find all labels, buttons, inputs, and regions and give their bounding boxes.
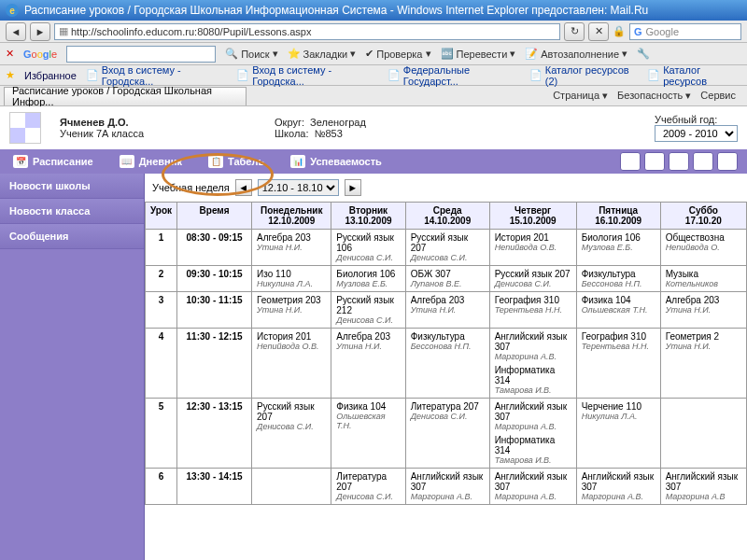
lesson-cell: Биология 106Музлова Е.Б. <box>576 230 660 266</box>
main-nav: 📅Расписание 📖Дневник 📋Табель 📊Успеваемос… <box>0 149 747 174</box>
student-name: Ячменев Д.О. <box>60 117 144 128</box>
lesson-cell: Алгебра 203Утина Н.И. <box>405 292 489 329</box>
sidebar: Новости школы Новости класса Сообщения <box>0 174 145 560</box>
window-titlebar: e Расписание уроков / Городская Школьная… <box>0 0 747 21</box>
sidebar-class-news[interactable]: Новости класса <box>0 199 144 224</box>
tab-bar: Расписание уроков / Городская Школьная И… <box>0 86 747 106</box>
okrug-value: Зеленоград <box>310 117 366 128</box>
google-search-input[interactable] <box>66 46 216 63</box>
year-select[interactable]: 2009 - 2010 <box>655 125 738 142</box>
student-info-bar: Ячменев Д.О. Ученик 7А класса Округ: Зел… <box>0 106 747 149</box>
lesson-cell: География 310Терентьева Н.Н. <box>576 329 660 399</box>
week-select[interactable]: 12.10 - 18.10 <box>258 179 339 196</box>
week-next[interactable]: ► <box>345 179 361 196</box>
url-text: http://schoolinfo.educom.ru:8080/Pupil/L… <box>71 26 311 37</box>
lesson-cell: Английский язык 307Маргорина А.В.Информа… <box>489 329 576 399</box>
lesson-time: 12:30 - 13:15 <box>177 399 252 469</box>
url-field[interactable]: ▦http://schoolinfo.educom.ru:8080/Pupil/… <box>54 23 560 40</box>
calendar-icon: 📅 <box>13 155 28 168</box>
col-sat: Суббо17.10.20 <box>660 203 746 230</box>
ie-icon: e <box>6 4 19 17</box>
google-logo: Google <box>23 49 57 60</box>
forward-button[interactable]: ► <box>30 22 50 41</box>
lesson-cell: История 201Непийвода О.В. <box>489 230 576 266</box>
lesson-cell: Русский язык 207Денисова С.И. <box>252 399 331 469</box>
lesson-time: 13:30 - 14:15 <box>177 469 252 505</box>
back-button[interactable]: ◄ <box>6 22 26 41</box>
refresh-button[interactable]: ↻ <box>564 22 585 41</box>
toolbar-icon-2[interactable] <box>644 152 665 171</box>
col-mon: Понедельник12.10.2009 <box>252 203 331 230</box>
bookmarks-button[interactable]: ⭐ Закладки ▾ <box>288 48 357 60</box>
table-row: 613:30 - 14:15Литература 207Денисова С.И… <box>146 469 747 505</box>
lesson-cell: Алгебра 203Утина Н.И. <box>331 329 405 399</box>
lesson-cell: Литература 207Денисова С.И. <box>331 469 405 505</box>
favorites-star-icon[interactable]: ★ <box>6 69 15 81</box>
window-title: Расписание уроков / Городская Школьная И… <box>24 4 648 17</box>
wrench-icon[interactable]: 🔧 <box>637 48 650 60</box>
week-prev[interactable]: ◄ <box>235 179 252 196</box>
nav-schedule[interactable]: 📅Расписание <box>0 155 106 168</box>
fav-link-5[interactable]: 📄 Каталог ресурсов <box>647 64 741 87</box>
stop-button[interactable]: ✕ <box>588 22 609 41</box>
lesson-cell: Английский язык 307Маргорина А.В.Информа… <box>489 399 576 469</box>
lesson-cell: Английский язык 307Маргорина А.В. <box>405 469 489 505</box>
fav-link-1[interactable]: 📄 Вход в систему - Городска... <box>86 64 228 87</box>
sidebar-school-news[interactable]: Новости школы <box>0 174 144 199</box>
check-button[interactable]: ✔ Проверка ▾ <box>365 48 430 60</box>
translate-button[interactable]: 🔤 Перевести ▾ <box>441 48 516 60</box>
toolbar-icon-3[interactable] <box>669 152 689 171</box>
book-icon: 📖 <box>120 155 134 168</box>
lesson-cell: Английский язык 307Маргорина А.В. <box>489 469 576 505</box>
toolbar-icon-5[interactable] <box>717 152 738 171</box>
col-time: Время <box>177 203 252 230</box>
close-toolbar-icon[interactable]: ✕ <box>6 48 14 60</box>
nav-report[interactable]: 📋Табель <box>195 155 277 168</box>
search-button[interactable]: 🔍 Поиск ▾ <box>225 48 277 60</box>
fav-link-3[interactable]: 📄 Федеральные Государст... <box>388 64 520 87</box>
report-icon: 📋 <box>208 155 223 168</box>
browser-search[interactable]: GGoogle <box>629 23 741 40</box>
school-num-label: Школа: <box>275 128 309 139</box>
page-dropdown[interactable]: Страница ▾ <box>553 90 608 102</box>
security-dropdown[interactable]: Безопасность ▾ <box>617 90 691 102</box>
fav-link-4[interactable]: 📄 Каталог ресурсов (2) <box>529 64 638 87</box>
fav-link-2[interactable]: 📄 Вход в систему - Городска... <box>236 64 378 87</box>
lesson-cell: Геометрия 2Утина Н.И. <box>660 329 746 399</box>
lesson-cell: Черчение 110Никулина Л.А. <box>576 399 660 469</box>
nav-grades[interactable]: 📊Успеваемость <box>277 155 395 168</box>
lesson-number: 4 <box>146 329 177 399</box>
lesson-number: 3 <box>146 292 177 329</box>
search-placeholder: Google <box>646 26 679 37</box>
toolbar-icon-1[interactable] <box>620 152 641 171</box>
col-tue: Вторник13.10.2009 <box>331 203 405 230</box>
google-icon: G <box>634 26 642 37</box>
table-row: 108:30 - 09:15Алгебра 203Утина Н.И.Русск… <box>146 230 747 266</box>
lesson-cell: Алгебра 203Утина Н.И. <box>660 292 746 329</box>
lesson-cell: Алгебра 203Утина Н.И. <box>252 230 331 266</box>
schedule-content: Учебная неделя ◄ 12.10 - 18.10 ► Урок Вр… <box>145 174 747 560</box>
address-bar: ◄ ► ▦http://schoolinfo.educom.ru:8080/Pu… <box>0 21 747 43</box>
table-row: 512:30 - 13:15Русский язык 207Денисова С… <box>146 399 747 469</box>
col-thu: Четверг15.10.2009 <box>489 203 576 230</box>
col-lesson: Урок <box>146 203 177 230</box>
browser-tab[interactable]: Расписание уроков / Городская Школьная И… <box>4 87 247 105</box>
school-num-value: №853 <box>315 128 343 139</box>
page-menu: Страница ▾ Безопасность ▾ Сервис <box>553 90 743 102</box>
lesson-number: 2 <box>146 266 177 292</box>
sidebar-messages[interactable]: Сообщения <box>0 224 144 249</box>
toolbar-icon-4[interactable] <box>693 152 713 171</box>
autofill-button[interactable]: 📝 Автозаполнение ▾ <box>525 48 627 60</box>
lesson-cell: Литература 207Денисова С.И. <box>405 399 489 469</box>
lesson-cell: Физика 104Ольшевская Т.Н. <box>331 399 405 469</box>
col-wed: Среда14.10.2009 <box>405 203 489 230</box>
table-row: 411:30 - 12:15История 201Непийвода О.В.А… <box>146 329 747 399</box>
year-label: Учебный год: <box>655 114 738 125</box>
okrug-label: Округ: <box>275 117 304 128</box>
lesson-cell: Изо 110Никулина Л.А. <box>252 266 331 292</box>
nav-diary[interactable]: 📖Дневник <box>106 155 195 168</box>
lesson-number: 5 <box>146 399 177 469</box>
tools-dropdown[interactable]: Сервис <box>700 90 736 102</box>
favorites-label[interactable]: Избранное <box>24 70 77 81</box>
chart-icon: 📊 <box>290 155 305 168</box>
